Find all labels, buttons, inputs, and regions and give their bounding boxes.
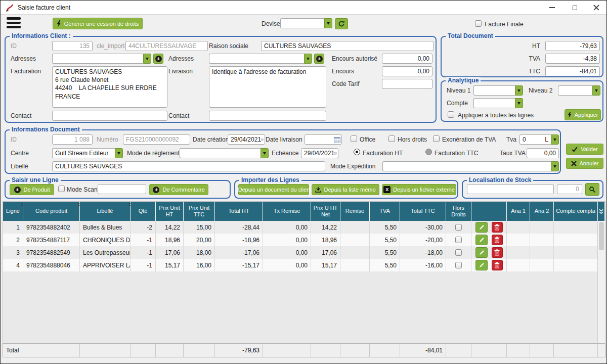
date-creation-field[interactable]: 29/04/2021 [228,134,265,145]
col-header-ana2[interactable]: Ana 2 [530,202,554,221]
delete-row-button[interactable] [492,260,503,270]
col-header-qte[interactable]: Qté [131,202,156,221]
col-header-total-ttc[interactable]: Total TTC [400,202,446,221]
de-produit-button[interactable]: + De Produit [10,184,54,195]
collapse-columns-button[interactable] [598,202,605,221]
apply-all-lines-checkbox[interactable] [448,111,454,118]
dropdown-arrow-icon[interactable] [115,148,123,158]
col-header-libelle[interactable]: Libellé [80,202,131,221]
valider-button[interactable]: Valider [566,144,603,155]
calendar-icon[interactable] [334,150,337,157]
devise-select[interactable] [280,18,332,28]
col-header-code-produit[interactable]: Code produit [23,202,80,221]
delete-row-button[interactable] [492,222,503,233]
doc-id-field[interactable]: 1 088 [52,134,93,145]
encours-field[interactable]: 0,00 [382,66,432,76]
edit-row-button[interactable] [475,260,488,270]
calendar-icon[interactable] [261,136,264,143]
facturation-address-textarea[interactable]: CULTURES SAUVAGES 6 rue Claude Monet 442… [52,66,167,108]
import-from-memo-button[interactable]: Depuis la liste mémo [312,184,379,195]
col-header-remise[interactable]: Remise [340,202,370,221]
refresh-button[interactable] [335,18,348,29]
close-button[interactable] [586,1,606,15]
col-header-prix-unit-ht[interactable]: Prix Unit HT [156,202,184,221]
adresses-facturation-select[interactable] [52,54,151,64]
import-from-external-file-button[interactable]: X Depuis un fichier externe [382,184,456,195]
minimize-button[interactable] [542,1,562,15]
centre-select[interactable]: Gulf Stream Editeur [52,148,123,158]
code-tarif-field[interactable] [382,79,432,89]
echeance-field[interactable]: 29/04/2021 [301,148,338,158]
encours-autorise-field[interactable]: 0,00 [382,54,432,64]
menu-icon[interactable] [7,17,21,28]
delete-row-button[interactable] [492,247,503,258]
date-livraison-field[interactable] [305,134,342,145]
niveau2-select[interactable] [558,85,600,96]
tva-select[interactable]: 0L [519,134,559,145]
facturation-ht-radio[interactable] [354,149,360,155]
dropdown-arrow-icon[interactable] [261,148,269,158]
col-header-compte-compta[interactable]: Compte compta [554,202,598,221]
col-header-tx-remise[interactable]: Tx Remise [263,202,311,221]
calendar-icon[interactable] [334,136,340,143]
mode-expedition-select[interactable] [382,161,559,171]
dropdown-arrow-icon[interactable] [515,98,523,108]
contact-livraison-field[interactable] [209,111,326,121]
niveau1-select[interactable] [473,85,523,96]
stock-search-button[interactable] [585,183,599,196]
col-header-hors-droits[interactable]: Hors Droits [446,202,471,221]
total-ht-field[interactable]: -79,63 [545,41,600,51]
table-vertical-scrollbar[interactable] [597,221,605,343]
col-header-tva[interactable]: TVA [370,202,400,221]
row-hors-droits-checkbox[interactable] [455,224,462,231]
adresses-livraison-select[interactable] [209,54,312,64]
import-from-client-doc-button[interactable]: Depuis un document du client [238,184,309,195]
total-ttc-field[interactable]: -84,01 [545,66,600,76]
dropdown-arrow-icon[interactable] [551,161,559,171]
client-id-field[interactable]: 135 [52,41,93,51]
taux-tva-field[interactable]: 0,00 [527,148,559,158]
mode-reglement-select[interactable] [180,148,269,158]
cle-import-field[interactable]: 44CULTURESSAUVAGE [125,41,208,51]
exoneration-tva-checkbox[interactable] [433,135,440,142]
edit-row-button[interactable] [475,222,488,233]
edit-row-button[interactable] [475,247,488,258]
scrollbar-thumb[interactable] [599,222,604,250]
de-commentaire-button[interactable]: + De Commentaire [149,184,208,195]
total-tva-field[interactable]: -4,38 [545,54,600,64]
libelle-field[interactable]: CULTURES SAUVAGES [52,161,325,171]
facture-finale-checkbox[interactable] [475,20,482,27]
appliquer-button[interactable]: Appliquer [565,109,601,120]
numero-field[interactable]: FGS210000000092 [123,134,190,145]
col-header-ligne[interactable]: Ligne [3,202,23,221]
add-adresse-livraison-button[interactable]: + [314,54,324,64]
facturation-ttc-radio[interactable] [425,149,432,155]
annuler-button[interactable]: Annuler [566,158,603,169]
scan-input[interactable] [98,184,146,194]
office-checkbox[interactable] [351,135,357,142]
col-header-ana1[interactable]: Ana 1 [507,202,530,221]
livraison-address-textarea[interactable]: Identique à l'adresse de facturation [209,66,326,108]
col-header-prix-u-ht-net[interactable]: Prix U HT Net [311,202,340,221]
row-hors-droits-checkbox[interactable] [455,262,462,268]
mode-scan-checkbox[interactable] [58,186,65,192]
dropdown-arrow-icon[interactable] [143,54,151,64]
dropdown-arrow-icon[interactable] [592,85,600,96]
maximize-button[interactable] [565,1,585,15]
add-adresse-facturation-button[interactable]: + [153,54,163,64]
generate-cession-button[interactable]: Générer une cession de droits [53,18,143,29]
row-hors-droits-checkbox[interactable] [455,237,462,243]
col-header-prix-unit-ttc[interactable]: Prix Unit TTC [184,202,215,221]
contact-facturation-field[interactable] [52,111,167,121]
edit-row-button[interactable] [475,235,488,245]
dropdown-arrow-icon[interactable] [551,134,559,145]
stock-qty-field[interactable]: 0 [557,184,582,194]
compte-select[interactable] [473,98,523,108]
row-hors-droits-checkbox[interactable] [455,249,462,256]
dropdown-arrow-icon[interactable] [324,18,332,28]
dropdown-arrow-icon[interactable] [515,85,523,96]
raison-sociale-field[interactable]: CULTURES SAUVAGES [261,41,433,51]
dropdown-arrow-icon[interactable] [304,54,312,64]
col-header-total-ht[interactable]: Total HT [215,202,263,221]
stock-location-input[interactable] [467,184,554,194]
